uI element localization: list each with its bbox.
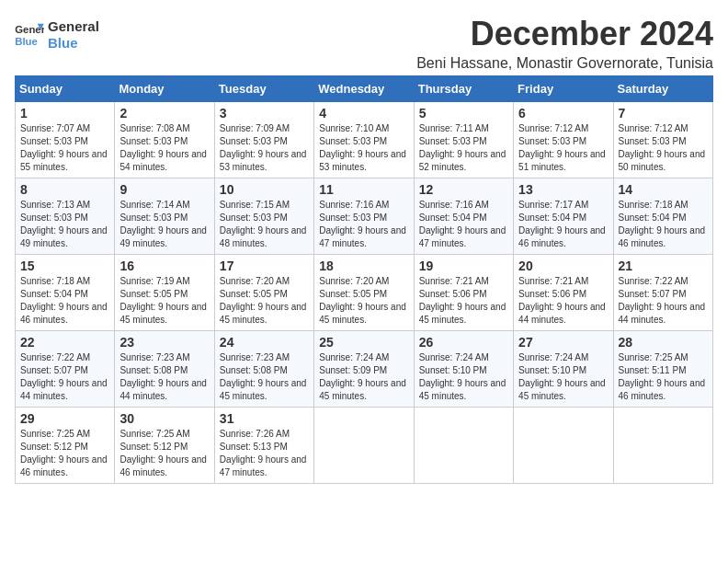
day-info: Sunrise: 7:12 AMSunset: 5:03 PMDaylight:…	[619, 122, 708, 174]
day-info: Sunrise: 7:20 AMSunset: 5:05 PMDaylight:…	[220, 275, 309, 327]
week-row-4: 22Sunrise: 7:22 AMSunset: 5:07 PMDayligh…	[16, 331, 713, 408]
logo-blue: Blue	[48, 35, 99, 52]
weekday-header-monday: Monday	[115, 76, 214, 102]
day-info: Sunrise: 7:16 AMSunset: 5:03 PMDaylight:…	[319, 199, 408, 250]
calendar-cell	[314, 408, 414, 484]
day-info: Sunrise: 7:21 AMSunset: 5:06 PMDaylight:…	[419, 275, 508, 327]
day-number: 14	[619, 182, 708, 197]
day-number: 23	[119, 335, 209, 350]
calendar-cell: 14Sunrise: 7:18 AMSunset: 5:04 PMDayligh…	[613, 178, 712, 255]
day-number: 9	[119, 182, 209, 197]
calendar-cell: 16Sunrise: 7:19 AMSunset: 5:05 PMDayligh…	[115, 255, 214, 331]
calendar-cell: 28Sunrise: 7:25 AMSunset: 5:11 PMDayligh…	[613, 331, 712, 408]
day-number: 2	[119, 106, 209, 121]
weekday-header-friday: Friday	[514, 76, 613, 102]
day-info: Sunrise: 7:24 AMSunset: 5:10 PMDaylight:…	[419, 351, 508, 403]
calendar-table: SundayMondayTuesdayWednesdayThursdayFrid…	[15, 75, 713, 484]
day-info: Sunrise: 7:25 AMSunset: 5:12 PMDaylight:…	[20, 428, 109, 479]
day-info: Sunrise: 7:14 AMSunset: 5:03 PMDaylight:…	[119, 199, 209, 250]
calendar-cell	[613, 408, 712, 484]
day-number: 30	[119, 411, 209, 426]
calendar-cell: 26Sunrise: 7:24 AMSunset: 5:10 PMDayligh…	[414, 331, 513, 408]
calendar-cell: 11Sunrise: 7:16 AMSunset: 5:03 PMDayligh…	[314, 178, 414, 255]
day-number: 13	[518, 182, 608, 197]
day-number: 20	[518, 259, 608, 273]
calendar-cell: 30Sunrise: 7:25 AMSunset: 5:12 PMDayligh…	[115, 408, 214, 484]
day-info: Sunrise: 7:25 AMSunset: 5:12 PMDaylight:…	[119, 428, 209, 479]
day-number: 16	[119, 259, 209, 273]
day-number: 28	[619, 335, 708, 350]
calendar-cell: 15Sunrise: 7:18 AMSunset: 5:04 PMDayligh…	[16, 255, 115, 331]
day-number: 4	[319, 106, 408, 121]
day-info: Sunrise: 7:20 AMSunset: 5:05 PMDaylight:…	[319, 275, 408, 327]
calendar-cell: 23Sunrise: 7:23 AMSunset: 5:08 PMDayligh…	[115, 331, 214, 408]
calendar-cell: 25Sunrise: 7:24 AMSunset: 5:09 PMDayligh…	[314, 331, 414, 408]
day-info: Sunrise: 7:17 AMSunset: 5:04 PMDaylight:…	[518, 199, 608, 250]
day-info: Sunrise: 7:11 AMSunset: 5:03 PMDaylight:…	[419, 122, 508, 174]
day-number: 17	[220, 259, 309, 273]
weekday-header-saturday: Saturday	[613, 76, 712, 102]
calendar-cell: 29Sunrise: 7:25 AMSunset: 5:12 PMDayligh…	[16, 408, 115, 484]
day-info: Sunrise: 7:23 AMSunset: 5:08 PMDaylight:…	[119, 351, 209, 403]
calendar-cell: 6Sunrise: 7:12 AMSunset: 5:03 PMDaylight…	[514, 102, 613, 178]
weekday-header-thursday: Thursday	[414, 76, 513, 102]
day-info: Sunrise: 7:07 AMSunset: 5:03 PMDaylight:…	[20, 122, 109, 174]
day-info: Sunrise: 7:09 AMSunset: 5:03 PMDaylight:…	[220, 122, 309, 174]
day-number: 25	[319, 335, 408, 350]
day-info: Sunrise: 7:22 AMSunset: 5:07 PMDaylight:…	[619, 275, 708, 327]
day-number: 31	[220, 411, 309, 426]
calendar-cell: 12Sunrise: 7:16 AMSunset: 5:04 PMDayligh…	[414, 178, 513, 255]
calendar-cell: 20Sunrise: 7:21 AMSunset: 5:06 PMDayligh…	[514, 255, 613, 331]
weekday-header-tuesday: Tuesday	[214, 76, 313, 102]
logo-icon: General Blue	[15, 22, 44, 48]
day-number: 24	[220, 335, 309, 350]
day-info: Sunrise: 7:08 AMSunset: 5:03 PMDaylight:…	[119, 122, 209, 174]
calendar-cell: 27Sunrise: 7:24 AMSunset: 5:10 PMDayligh…	[514, 331, 613, 408]
weekday-header-row: SundayMondayTuesdayWednesdayThursdayFrid…	[16, 76, 713, 102]
calendar-cell: 22Sunrise: 7:22 AMSunset: 5:07 PMDayligh…	[16, 331, 115, 408]
day-info: Sunrise: 7:10 AMSunset: 5:03 PMDaylight:…	[319, 122, 408, 174]
svg-text:Blue: Blue	[15, 36, 38, 47]
day-number: 12	[419, 182, 508, 197]
day-info: Sunrise: 7:18 AMSunset: 5:04 PMDaylight:…	[619, 199, 708, 250]
day-info: Sunrise: 7:26 AMSunset: 5:13 PMDaylight:…	[220, 428, 309, 479]
logo-general: General	[48, 18, 99, 35]
day-info: Sunrise: 7:18 AMSunset: 5:04 PMDaylight:…	[20, 275, 109, 327]
calendar-cell: 31Sunrise: 7:26 AMSunset: 5:13 PMDayligh…	[214, 408, 313, 484]
day-number: 3	[220, 106, 309, 121]
header: General Blue General Blue December 2024 …	[15, 15, 713, 72]
day-number: 11	[319, 182, 408, 197]
calendar-cell: 19Sunrise: 7:21 AMSunset: 5:06 PMDayligh…	[414, 255, 513, 331]
calendar-cell: 9Sunrise: 7:14 AMSunset: 5:03 PMDaylight…	[115, 178, 214, 255]
calendar-cell: 18Sunrise: 7:20 AMSunset: 5:05 PMDayligh…	[314, 255, 414, 331]
calendar-cell: 17Sunrise: 7:20 AMSunset: 5:05 PMDayligh…	[214, 255, 313, 331]
calendar-cell: 24Sunrise: 7:23 AMSunset: 5:08 PMDayligh…	[214, 331, 313, 408]
month-title: December 2024	[416, 15, 713, 53]
day-number: 6	[518, 106, 608, 121]
day-number: 21	[619, 259, 708, 273]
calendar-cell: 21Sunrise: 7:22 AMSunset: 5:07 PMDayligh…	[613, 255, 712, 331]
week-row-2: 8Sunrise: 7:13 AMSunset: 5:03 PMDaylight…	[16, 178, 713, 255]
calendar-cell: 5Sunrise: 7:11 AMSunset: 5:03 PMDaylight…	[414, 102, 513, 178]
day-number: 18	[319, 259, 408, 273]
day-number: 1	[20, 106, 109, 121]
day-number: 5	[419, 106, 508, 121]
day-number: 7	[619, 106, 708, 121]
day-number: 10	[220, 182, 309, 197]
weekday-header-wednesday: Wednesday	[314, 76, 414, 102]
calendar-cell: 8Sunrise: 7:13 AMSunset: 5:03 PMDaylight…	[16, 178, 115, 255]
day-info: Sunrise: 7:15 AMSunset: 5:03 PMDaylight:…	[220, 199, 309, 250]
week-row-3: 15Sunrise: 7:18 AMSunset: 5:04 PMDayligh…	[16, 255, 713, 331]
calendar-cell: 4Sunrise: 7:10 AMSunset: 5:03 PMDaylight…	[314, 102, 414, 178]
day-info: Sunrise: 7:21 AMSunset: 5:06 PMDaylight:…	[518, 275, 608, 327]
logo: General Blue General Blue	[15, 18, 99, 52]
calendar-cell: 7Sunrise: 7:12 AMSunset: 5:03 PMDaylight…	[613, 102, 712, 178]
calendar-cell	[414, 408, 513, 484]
weekday-header-sunday: Sunday	[16, 76, 115, 102]
day-info: Sunrise: 7:13 AMSunset: 5:03 PMDaylight:…	[20, 199, 109, 250]
day-number: 29	[20, 411, 109, 426]
week-row-1: 1Sunrise: 7:07 AMSunset: 5:03 PMDaylight…	[16, 102, 713, 178]
calendar-cell: 13Sunrise: 7:17 AMSunset: 5:04 PMDayligh…	[514, 178, 613, 255]
calendar-cell: 3Sunrise: 7:09 AMSunset: 5:03 PMDaylight…	[214, 102, 313, 178]
day-number: 27	[518, 335, 608, 350]
